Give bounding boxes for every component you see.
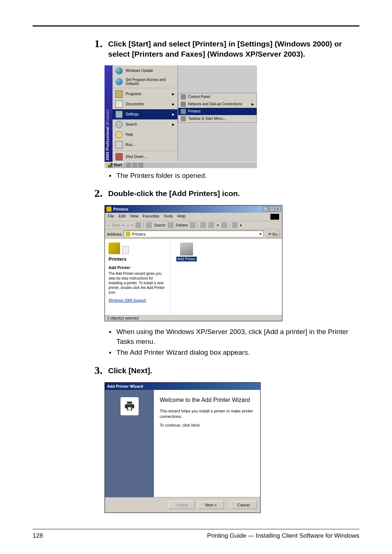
content-area: 1. Click [Start] and select [Printers] i… bbox=[94, 37, 352, 513]
step-2: 2. Double-click the [Add Printers] icon.… bbox=[94, 187, 352, 358]
folders-icon[interactable] bbox=[168, 222, 173, 228]
menu-programs[interactable]: Programs ▶ bbox=[113, 89, 177, 99]
printer-icon bbox=[180, 243, 193, 256]
next-button[interactable]: Next > bbox=[198, 501, 224, 509]
views-icon[interactable] bbox=[232, 222, 238, 228]
up-icon[interactable] bbox=[135, 222, 141, 228]
menu-label: Documents bbox=[126, 102, 144, 106]
settings-submenu: Control Panel Network and Dial-up Connec… bbox=[178, 93, 257, 123]
globe-icon bbox=[115, 78, 123, 85]
tray-icon[interactable] bbox=[126, 163, 131, 168]
page-number: 128 bbox=[33, 532, 43, 539]
folder-icon bbox=[106, 207, 111, 212]
submenu-network[interactable]: Network and Dial-up Connections ▶ bbox=[178, 101, 257, 108]
address-value: Printers bbox=[132, 232, 146, 236]
folders-button[interactable]: Folders bbox=[176, 223, 188, 227]
tray-icon[interactable] bbox=[132, 163, 137, 168]
help-icon bbox=[115, 131, 123, 138]
search-button[interactable]: Search bbox=[154, 223, 166, 227]
printers-icon bbox=[181, 109, 186, 114]
wizard-text: To continue, click Next. bbox=[160, 423, 254, 428]
step-instruction: Click [Next]. bbox=[108, 364, 152, 376]
wizard-heading: Welcome to the Add Printer Wizard bbox=[160, 396, 254, 403]
menu-run[interactable]: Run... bbox=[113, 140, 177, 150]
page-footer: 128 Printing Guide — Installing Client S… bbox=[33, 529, 359, 539]
submenu-label: Control Panel bbox=[188, 95, 210, 99]
submenu-arrow-icon: ▶ bbox=[172, 102, 175, 106]
printers-folder-icon bbox=[109, 243, 120, 254]
documents-icon bbox=[115, 101, 123, 108]
menu-view[interactable]: View bbox=[130, 214, 139, 220]
control-panel-icon bbox=[181, 94, 186, 99]
go-label: Go bbox=[272, 232, 278, 236]
icon-label: Add Printer bbox=[176, 257, 197, 261]
step-number: 2. bbox=[94, 187, 105, 199]
dropdown-icon[interactable]: ▾ bbox=[260, 232, 262, 236]
wizard-sidebar bbox=[105, 390, 154, 497]
search-icon bbox=[115, 121, 123, 128]
menu-help[interactable]: Help bbox=[177, 214, 185, 220]
address-label: Address bbox=[107, 232, 122, 236]
close-button[interactable]: × bbox=[275, 207, 281, 212]
menu-label: Shut Down... bbox=[126, 155, 146, 159]
menu-label: Run... bbox=[126, 143, 135, 147]
windows-flag-icon bbox=[108, 163, 113, 167]
printer-wizard-icon bbox=[121, 397, 139, 415]
menu-shutdown[interactable]: Shut Down... bbox=[113, 152, 177, 162]
file-view: Add Printer bbox=[170, 239, 282, 315]
footer-title: Printing Guide — Installing Client Softw… bbox=[207, 532, 359, 539]
menu-search[interactable]: Search ▶ bbox=[113, 119, 177, 130]
step-instruction: Click [Start] and select [Printers] in [… bbox=[108, 37, 352, 60]
submenu-control-panel[interactable]: Control Panel bbox=[178, 93, 257, 101]
wizard-content: Welcome to the Add Printer Wizard This w… bbox=[154, 390, 260, 497]
details-pane: Printers Add Printer The Add Printer wiz… bbox=[105, 239, 170, 315]
menu-tools[interactable]: Tools bbox=[164, 214, 173, 220]
menu-help[interactable]: Help bbox=[113, 130, 177, 140]
minimize-button[interactable]: _ bbox=[263, 207, 268, 212]
cancel-button[interactable]: Cancel bbox=[230, 501, 257, 509]
taskbar: Start bbox=[105, 162, 257, 168]
delete-icon[interactable]: ✕ bbox=[216, 223, 219, 227]
dialog-title: Add Printer Wizard bbox=[105, 383, 260, 390]
address-input[interactable]: Printers ▾ bbox=[124, 231, 264, 237]
tray-icon[interactable] bbox=[138, 163, 143, 168]
submenu-arrow-icon: ▶ bbox=[172, 113, 175, 116]
submenu-printers[interactable]: Printers bbox=[178, 108, 257, 115]
step-number: 3. bbox=[94, 364, 105, 376]
menu-file[interactable]: File bbox=[108, 214, 114, 220]
resize-grip-icon[interactable]: ⋰ bbox=[276, 316, 280, 320]
screenshot-printers-folder: Printers _ □ × File Edit View Favorites … bbox=[105, 205, 282, 321]
menu-settings[interactable]: Settings ▶ bbox=[113, 109, 177, 119]
undo-icon[interactable] bbox=[221, 222, 227, 228]
back-button[interactable]: Back bbox=[112, 223, 120, 227]
menu-edit[interactable]: Edit bbox=[119, 214, 126, 220]
window-title: Printers bbox=[113, 207, 128, 211]
doc-icon bbox=[122, 246, 129, 254]
menu-favorites[interactable]: Favorites bbox=[143, 214, 159, 220]
maximize-button[interactable]: □ bbox=[269, 207, 274, 212]
submenu-arrow-icon: ▶ bbox=[172, 92, 175, 96]
support-link[interactable]: Windows 2000 Support bbox=[109, 298, 146, 302]
menubar: File Edit View Favorites Tools Help bbox=[105, 213, 282, 221]
submenu-arrow-icon: ▶ bbox=[172, 123, 175, 126]
menu-windows-update[interactable]: Windows Update bbox=[113, 65, 177, 76]
settings-submenu-area: Control Panel Network and Dial-up Connec… bbox=[178, 65, 257, 162]
menu-program-defaults[interactable]: Set Program Access and Defaults bbox=[113, 76, 177, 87]
history-icon[interactable] bbox=[190, 222, 196, 228]
settings-icon bbox=[115, 111, 123, 118]
copy-icon[interactable] bbox=[208, 222, 214, 228]
start-label: Start bbox=[114, 163, 122, 167]
add-printer-item[interactable]: Add Printer bbox=[174, 243, 199, 261]
submenu-taskbar[interactable]: Taskbar & Start Menu... bbox=[178, 115, 257, 122]
globe-icon bbox=[115, 67, 123, 74]
bullet-dot-icon: • bbox=[109, 327, 111, 346]
move-icon[interactable] bbox=[200, 222, 206, 228]
search-icon[interactable] bbox=[146, 222, 152, 228]
submenu-label: Network and Dial-up Connections bbox=[188, 102, 242, 106]
start-button[interactable]: Start bbox=[106, 162, 124, 168]
menu-label: Help bbox=[126, 133, 133, 137]
menu-separator bbox=[113, 151, 177, 151]
menu-documents[interactable]: Documents ▶ bbox=[113, 99, 177, 109]
start-menu: Windows Update Set Program Access and De… bbox=[113, 65, 178, 162]
go-button[interactable]: ➔ Go bbox=[266, 231, 280, 237]
